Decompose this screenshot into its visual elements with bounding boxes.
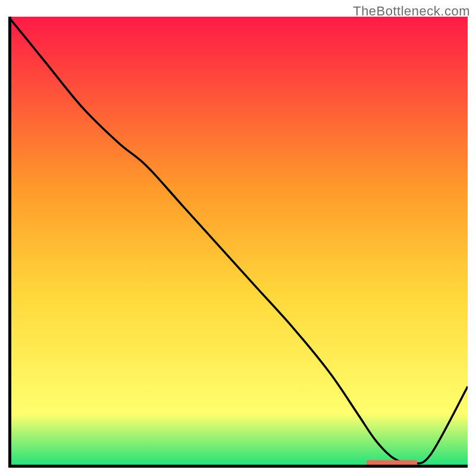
watermark-text: TheBottleneck.com (353, 4, 470, 19)
gradient-background (8, 17, 468, 468)
chart-stage: TheBottleneck.com (0, 0, 476, 476)
chart-svg (8, 17, 468, 468)
chart-plot-area (8, 17, 468, 468)
